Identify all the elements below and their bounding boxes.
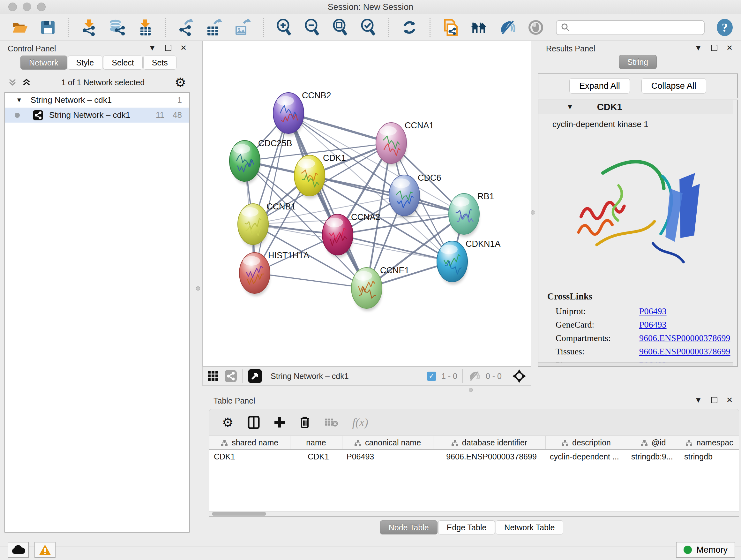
- network-node-HIST1H1A[interactable]: HIST1H1A: [239, 251, 309, 294]
- grid-view-icon[interactable]: [207, 370, 219, 382]
- cell-namespace[interactable]: stringdb: [680, 449, 739, 463]
- cell-shared-name[interactable]: CDK1: [209, 449, 290, 463]
- cloud-status-button[interactable]: [8, 542, 29, 558]
- delete-table-button[interactable]: [324, 417, 338, 428]
- fit-selected-crosshair-icon[interactable]: [512, 369, 526, 383]
- column-header-shared-name[interactable]: shared name: [209, 436, 290, 449]
- float-table-icon[interactable]: [711, 397, 718, 403]
- network-node-CDC6[interactable]: CDC6: [389, 173, 441, 216]
- save-session-button[interactable]: [40, 18, 56, 37]
- table-horizontal-scrollbar[interactable]: [209, 511, 739, 516]
- crosslink-compartments-link[interactable]: 9606.ENSP00000378699: [639, 333, 730, 343]
- tab-string[interactable]: String: [619, 55, 657, 69]
- search-input[interactable]: [573, 23, 699, 32]
- cell-id[interactable]: stringdb:9...: [627, 449, 680, 463]
- tab-node-table[interactable]: Node Table: [380, 520, 437, 535]
- selected-checkbox-icon[interactable]: ✓: [427, 372, 436, 381]
- export-image-button[interactable]: [234, 18, 251, 37]
- tab-network-table[interactable]: Network Table: [495, 520, 563, 535]
- add-column-button[interactable]: [274, 417, 285, 428]
- collapse-panel-icon[interactable]: ▼: [148, 44, 156, 52]
- network-node-CDC25B[interactable]: CDC25B: [229, 138, 292, 181]
- cell-canonical-name[interactable]: P06493: [342, 449, 433, 463]
- memory-status-dot: [684, 546, 692, 554]
- delete-column-button[interactable]: [299, 416, 310, 429]
- collapse-results-icon[interactable]: ▼: [694, 44, 702, 52]
- function-builder-label[interactable]: f(x): [352, 416, 368, 429]
- network-options-gear-icon[interactable]: ⚙: [175, 76, 186, 89]
- close-panel-icon[interactable]: ✕: [180, 44, 187, 52]
- memory-button[interactable]: Memory: [676, 542, 735, 558]
- left-splitter-handle[interactable]: [196, 287, 200, 291]
- open-session-button[interactable]: [12, 18, 28, 37]
- network-node-CCNE1[interactable]: CCNE1: [351, 266, 409, 308]
- export-table-button[interactable]: [206, 18, 222, 37]
- crosslink-uniprot-link[interactable]: P06493: [639, 306, 667, 316]
- results-horizontal-scrollbar[interactable]: [538, 362, 733, 366]
- show-panels-button[interactable]: [528, 18, 544, 37]
- results-vertical-scrollbar[interactable]: [733, 100, 737, 366]
- table-options-button[interactable]: ⚙: [222, 416, 233, 429]
- network-node-RB1[interactable]: RB1: [449, 192, 494, 234]
- help-button[interactable]: ?: [717, 19, 733, 36]
- collapse-all-button[interactable]: Collapse All: [642, 78, 706, 94]
- import-network-button[interactable]: [81, 18, 97, 37]
- warnings-button[interactable]: [35, 542, 56, 558]
- status-bar: Memory: [0, 547, 741, 560]
- cell-name[interactable]: CDK1: [290, 449, 342, 463]
- column-header-database-identifier[interactable]: database identifier: [433, 436, 545, 449]
- export-network-button[interactable]: [178, 18, 194, 37]
- zoom-fit-button[interactable]: [332, 18, 348, 37]
- table-row[interactable]: CDK1 CDK1 P06493 9606.ENSP00000378699 cy…: [209, 449, 739, 463]
- copy-network-button[interactable]: [443, 18, 458, 37]
- network-node-CCNB1[interactable]: CCNB1: [238, 202, 296, 245]
- expand-all-icon[interactable]: [22, 78, 31, 87]
- column-header-name[interactable]: name: [290, 436, 342, 449]
- network-node-CCNA2[interactable]: CCNA2: [322, 212, 381, 255]
- collapse-all-icon[interactable]: [8, 78, 17, 87]
- network-node-CCNB2[interactable]: CCNB2: [273, 91, 331, 133]
- network-row-selected[interactable]: String Network – cdk1 11 48: [5, 108, 189, 123]
- close-table-icon[interactable]: ✕: [726, 396, 733, 404]
- column-header-namespace[interactable]: namespac: [680, 436, 739, 449]
- bottom-splitter-handle[interactable]: [469, 388, 473, 392]
- tab-sets[interactable]: Sets: [143, 56, 177, 70]
- search-box[interactable]: [556, 20, 704, 35]
- section-collapse-icon[interactable]: ▼: [566, 103, 574, 111]
- float-panel-icon[interactable]: [165, 45, 172, 51]
- network-canvas[interactable]: CCNB2CCNA1CDC25BCDK1CDC6RB1CCNB1CCNA2CDK…: [202, 41, 531, 367]
- expand-all-button[interactable]: Expand All: [569, 78, 630, 94]
- cell-description[interactable]: cyclin-dependent ...: [545, 449, 627, 463]
- import-network-from-database-button[interactable]: [109, 18, 125, 37]
- column-header-id[interactable]: @id: [627, 436, 680, 449]
- collapse-table-icon[interactable]: ▼: [694, 396, 702, 404]
- tab-style[interactable]: Style: [68, 56, 103, 70]
- show-columns-button[interactable]: [248, 416, 260, 429]
- gene-section-header[interactable]: ▼ CDK1: [538, 100, 737, 114]
- zoom-in-button[interactable]: [276, 18, 292, 37]
- zoom-out-button[interactable]: [304, 18, 320, 37]
- hide-panels-button[interactable]: [499, 18, 516, 37]
- tab-edge-table[interactable]: Edge Table: [438, 520, 495, 535]
- float-results-icon[interactable]: [711, 45, 718, 51]
- import-table-button[interactable]: [138, 18, 153, 37]
- zoom-selected-button[interactable]: [360, 18, 376, 37]
- string-network-graph[interactable]: CCNB2CCNA1CDC25BCDK1CDC6RB1CCNB1CCNA2CDK…: [203, 41, 531, 366]
- close-results-icon[interactable]: ✕: [726, 44, 733, 52]
- tab-select[interactable]: Select: [103, 56, 142, 70]
- network-node-CDKN1A[interactable]: CDKN1A: [437, 239, 501, 282]
- crosslink-tissues-link[interactable]: 9606.ENSP00000378699: [639, 347, 730, 357]
- refresh-button[interactable]: [401, 18, 417, 37]
- crosslink-genecard-link[interactable]: P06493: [639, 320, 667, 330]
- cell-database-identifier[interactable]: 9606.ENSP00000378699: [433, 449, 545, 463]
- tab-network[interactable]: Network: [20, 56, 67, 70]
- network-collection-row[interactable]: ▼ String Network – cdk1 1: [5, 92, 189, 108]
- zoom-fit-icon: [332, 19, 348, 36]
- network-view-icon[interactable]: [224, 370, 237, 382]
- column-header-canonical-name[interactable]: canonical name: [342, 436, 433, 449]
- scrollbar-thumb[interactable]: [212, 512, 266, 516]
- home-button[interactable]: [470, 18, 487, 37]
- column-header-description[interactable]: description: [545, 436, 627, 449]
- birdseye-view-icon[interactable]: [248, 369, 262, 383]
- tree-expand-icon[interactable]: ▼: [16, 97, 22, 104]
